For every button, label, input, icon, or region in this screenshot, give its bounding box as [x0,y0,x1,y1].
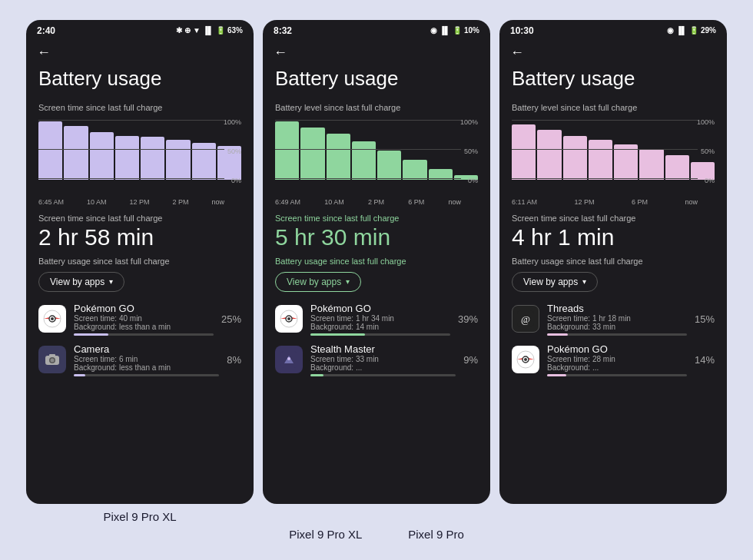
dropdown-arrow-2: ▾ [346,277,350,286]
bar-1-3 [90,132,114,180]
screen-content-1: Battery usage Screen time since last ful… [26,64,254,504]
wifi-icon: ▼ [193,26,201,35]
chart-label-50-2: 50% [464,147,478,155]
bar-3-1 [512,124,536,180]
app-detail-2-1b: Background: 14 min [310,323,450,331]
bluetooth-icon: ✱ [176,26,182,35]
screen-content-2: Battery usage Battery level since last f… [263,64,490,504]
chart-hline-bot-3 [512,178,698,179]
app-detail-3-1b: Background: 33 min [547,323,687,331]
time-label-1-3: 12 PM [129,198,149,206]
bar-1-1 [38,121,62,180]
chart-hline-mid-3 [512,149,698,150]
app-detail-2-2b: Background: ... [310,363,456,372]
status-time-3: 10:30 [510,25,534,36]
device-label-right: Pixel 9 Pro [408,528,464,541]
chart-hline-mid-1 [38,149,224,150]
chart-label-100-2: 100% [460,118,478,126]
app-bar-fill-3-2 [547,374,566,376]
battery-usage-label-2: Battery usage since last full charge [275,257,478,266]
time-label-2-4: 6 PM [408,198,424,206]
time-label-1-4: 2 PM [172,198,188,206]
app-item-3-1: @ Threads Screen time: 1 hr 18 min Backg… [512,303,715,336]
status-icons-2: ◉ ▐▌ 🔋 10% [430,26,479,35]
app-percent-3-2: 14% [695,354,715,366]
bar-3-2 [537,130,561,180]
status-bar-3: 10:30 ◉ ▐▌ 🔋 29% [499,20,727,38]
time-label-2-5: now [448,198,461,206]
dropdown-arrow-3: ▾ [582,277,586,286]
bar-3-3 [563,136,587,180]
app-detail-3-2b: Background: ... [547,363,687,372]
time-label-3-1: 6:11 AM [512,198,537,206]
time-label-1-2: 10 AM [87,198,107,206]
nfc-icon: ⊕ [184,26,191,35]
view-by-apps-button-2[interactable]: View by apps ▾ [275,272,361,292]
app-icon-pokego-3 [512,346,539,373]
svg-text:@: @ [521,313,530,325]
chart-label-100-3: 100% [697,118,715,126]
app-bar-fill-1-2 [74,374,85,376]
bar-2-4 [352,141,376,180]
app-detail-2-1a: Screen time: 1 hr 34 min [310,314,450,323]
chart-time-labels-3: 6:11 AM 12 PM 6 PM now [512,198,715,206]
battery-usage-label-3: Battery usage since last full charge [512,257,715,266]
screen-time-value-2: 5 hr 30 min [275,224,478,250]
time-label-2-3: 2 PM [368,198,384,206]
bar-2-6 [403,160,426,180]
app-percent-1-2: 8% [227,354,241,366]
app-bar-fill-2-1 [310,333,365,336]
app-detail-1-2b: Background: less than a min [74,363,219,372]
app-icon-pokego-2 [275,305,303,333]
app-detail-1-1a: Screen time: 40 min [74,314,214,323]
phone-group-1: 2:40 ✱ ⊕ ▼ ▐▌ 🔋 63% ← Battery usage Scre… [26,20,254,523]
back-button-3[interactable]: ← [499,38,727,64]
bar-3-7 [665,155,689,180]
phone-screen-1: 2:40 ✱ ⊕ ▼ ▐▌ 🔋 63% ← Battery usage Scre… [26,20,254,504]
back-button-1[interactable]: ← [26,38,254,64]
app-percent-2-2: 9% [463,354,478,366]
bar-1-2 [64,126,88,180]
app-icon-stealth-2 [275,346,303,373]
battery-percent-2: 10% [464,26,479,35]
app-detail-3-1a: Screen time: 1 hr 18 min [547,314,687,323]
screen-content-3: Battery usage Battery level since last f… [499,64,727,504]
device-label-left: Pixel 9 Pro XL [289,528,362,541]
view-by-apps-button-1[interactable]: View by apps ▾ [38,272,124,292]
app-bar-fill-2-2 [310,374,323,376]
chart-label-3: Battery level since last full charge [512,103,715,112]
eye-icon-2: ◉ [430,26,437,35]
time-label-1-5: now [211,198,224,206]
back-button-2[interactable]: ← [263,38,490,64]
chart-container-1: 100% 50% 0% [38,118,241,195]
chart-time-labels-2: 6:49 AM 10 AM 2 PM 6 PM now [275,198,478,206]
bar-3-4 [589,140,612,180]
app-info-2-1: Pokémon GO Screen time: 1 hr 34 min Back… [310,303,450,336]
app-item-3-2: Pokémon GO Screen time: 28 min Backgroun… [512,343,715,376]
bar-2-3 [327,134,350,180]
bar-3-6 [639,149,663,180]
bar-1-4 [115,136,139,180]
view-by-apps-button-3[interactable]: View by apps ▾ [512,272,598,292]
dropdown-arrow-1: ▾ [109,277,113,286]
app-name-1-2: Camera [74,343,219,355]
labels-row: Pixel 9 Pro XL Pixel 9 Pro [289,528,464,541]
chart-container-3: 100% 50% 0% [512,118,715,195]
app-bar-track-1-1 [74,333,214,336]
app-bar-track-3-1 [547,333,687,336]
status-time-1: 2:40 [37,25,55,36]
chart-hline-top-3 [512,120,698,121]
chart-label-50-1: 50% [227,147,241,155]
app-icon-threads-3: @ [512,305,539,333]
eye-icon-3: ◉ [667,26,674,35]
battery-icon-2: 🔋 [453,26,462,35]
app-detail-3-2a: Screen time: 28 min [547,355,687,363]
battery-percent-3: 29% [701,26,716,35]
app-name-3-1: Threads [547,303,687,314]
battery-usage-label-1: Battery usage since last full charge [38,257,241,266]
status-time-2: 8:32 [274,25,292,36]
chart-time-labels-1: 6:45 AM 10 AM 12 PM 2 PM now [38,198,241,206]
app-info-1-1: Pokémon GO Screen time: 40 min Backgroun… [74,303,214,336]
svg-point-11 [287,357,290,360]
bar-2-5 [377,151,401,180]
